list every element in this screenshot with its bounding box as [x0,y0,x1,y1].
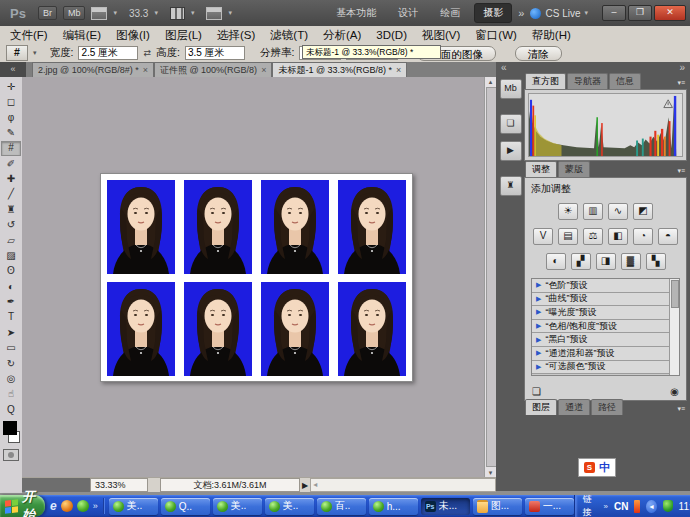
levels-icon[interactable]: ▥ [583,203,603,220]
task-button-3[interactable]: 美.. [213,498,262,515]
expand-triangle-icon[interactable]: ▶ [536,295,541,303]
tab-paths[interactable]: 路径 [591,399,623,415]
tab-close-icon[interactable]: × [396,65,401,75]
task-button-folder[interactable]: 图... [473,498,522,515]
screen-mode-caret-icon[interactable]: ▾ [228,9,232,17]
close-button[interactable]: ✕ [654,5,686,21]
task-button-6[interactable]: h... [369,498,418,515]
preset-levels[interactable]: ▶ “色阶”预设 [532,279,670,293]
mini-bridge-panel-icon[interactable]: Mb [500,79,522,99]
language-indicator[interactable]: CN [614,501,628,512]
clone-stamp-tool[interactable]: ♜ [2,202,20,217]
toolbar-collapse-icon[interactable]: « [0,62,26,77]
menu-view[interactable]: 视图(V) [422,28,460,43]
hand-tool[interactable]: ☝ [2,386,20,401]
restore-button[interactable]: ❐ [628,5,652,21]
cs-live-button[interactable]: CS Live ▾ [530,8,588,19]
preset-exposure[interactable]: ▶ “曝光度”预设 [532,306,670,320]
exposure-icon[interactable]: ◩ [633,203,653,220]
browser-icon[interactable] [61,500,73,512]
foreground-color-swatch[interactable] [3,421,17,435]
layout-picker-icon[interactable] [91,7,107,20]
3d-camera-tool[interactable]: ◎ [2,371,20,386]
document-canvas[interactable] [22,77,484,477]
menu-edit[interactable]: 编辑(E) [63,28,101,43]
status-expand-icon[interactable]: ▶ [302,481,308,490]
menu-image[interactable]: 图像(I) [116,28,150,43]
shape-tool[interactable]: ▭ [2,340,20,355]
quick-selection-tool[interactable]: ✎ [2,125,20,140]
pen-tool[interactable]: ✒ [2,294,20,309]
preset-channel-mixer[interactable]: ▶ “通道混和器”预设 [532,347,670,361]
menu-window[interactable]: 窗口(W) [475,28,517,43]
layout-caret-icon[interactable]: ▾ [113,9,117,17]
workspace-design[interactable]: 设计 [390,4,426,22]
eyedropper-tool[interactable]: ✐ [2,156,20,171]
tab-close-icon[interactable]: × [143,65,148,75]
scroll-down-icon[interactable]: ▾ [485,468,496,477]
zoom-caret-icon[interactable]: ▾ [154,9,158,17]
eraser-tool[interactable]: ▱ [2,233,20,248]
type-tool[interactable]: T [2,309,20,324]
menu-select[interactable]: 选择(S) [217,28,255,43]
panel-expand-icon[interactable]: ❏ [532,386,541,397]
curves-icon[interactable]: ∿ [608,203,628,220]
panel-menu-icon[interactable]: ▾≡ [677,167,685,175]
width-input[interactable] [78,46,138,60]
expand-triangle-icon[interactable]: ▶ [536,363,541,371]
zoom-percent-field[interactable]: 33.33% [90,478,148,492]
zoom-level-dropdown[interactable]: 33.3 [129,8,148,19]
ime-indicator[interactable]: S 中 [578,458,616,477]
tab-navigator[interactable]: 导航器 [567,73,608,89]
arrange-caret-icon[interactable]: ▾ [191,9,195,17]
tab-layers[interactable]: 图层 [525,399,557,415]
task-button-photoshop[interactable]: Ps 未... [421,498,470,515]
quick-mask-icon[interactable] [3,449,19,461]
expand-triangle-icon[interactable]: ▶ [536,336,541,344]
lasso-tool[interactable]: φ [2,110,20,125]
workspace-more-icon[interactable]: » [518,7,524,19]
bridge-button[interactable]: Br [38,6,57,20]
crop-tool-icon[interactable]: # [6,45,28,61]
expand-triangle-icon[interactable]: ▶ [536,322,541,330]
preset-hue-saturation[interactable]: ▶ “色相/饱和度”预设 [532,320,670,334]
green-browser-icon[interactable] [77,500,89,512]
gradient-tool[interactable]: ▨ [2,248,20,263]
minimize-button[interactable]: – [602,5,626,21]
workspace-basic[interactable]: 基本功能 [328,4,384,22]
threshold-icon[interactable]: ◨ [596,253,616,270]
links-toolbar[interactable]: 链接 [583,493,598,517]
3d-rotate-tool[interactable]: ↻ [2,356,20,371]
preset-selective-color[interactable]: ▶ “可选颜色”预设 [532,361,670,375]
photo-filter-icon[interactable]: ◔ [633,228,653,245]
dock-collapse-left-icon[interactable]: « [501,62,507,73]
links-chevron-icon[interactable]: » [603,502,607,511]
dock-collapse-right-icon[interactable]: » [679,62,685,73]
tab-close-icon[interactable]: × [261,65,266,75]
antivirus-shield-icon[interactable] [663,500,673,512]
path-selection-tool[interactable]: ➤ [2,325,20,340]
task-button-4[interactable]: 美.. [265,498,314,515]
task-button-2[interactable]: Q.. [161,498,210,515]
task-button-1[interactable]: 美.. [109,498,158,515]
preset-black-white[interactable]: ▶ “黑白”预设 [532,333,670,347]
history-brush-tool[interactable]: ↺ [2,217,20,232]
hue-saturation-icon[interactable]: ▤ [558,228,578,245]
preset-scrollbar[interactable] [669,279,679,375]
panel-menu-icon[interactable]: ▾≡ [677,79,685,87]
posterize-icon[interactable]: ▞ [571,253,591,270]
panel-menu-icon[interactable]: ▾≡ [677,405,685,413]
arrange-documents-icon[interactable] [170,7,185,20]
marquee-tool[interactable]: ◻ [2,94,20,109]
crop-tool[interactable]: # [1,141,21,156]
document-tab-1[interactable]: 2.jpg @ 100%(RGB/8#) * × [32,62,154,77]
channel-mixer-icon[interactable]: ◓ [658,228,678,245]
tab-channels[interactable]: 通道 [558,399,590,415]
tool-presets-panel-icon[interactable]: ♜ [500,176,522,196]
workspace-photography[interactable]: 摄影 [474,3,512,23]
tab-histogram[interactable]: 直方图 [525,73,566,89]
move-tool[interactable]: ✛ [2,79,20,94]
document-tab-2[interactable]: 证件照 @ 100%(RGB/8) × [154,62,272,77]
color-swatches[interactable] [3,421,20,443]
menu-analysis[interactable]: 分析(A) [323,28,361,43]
